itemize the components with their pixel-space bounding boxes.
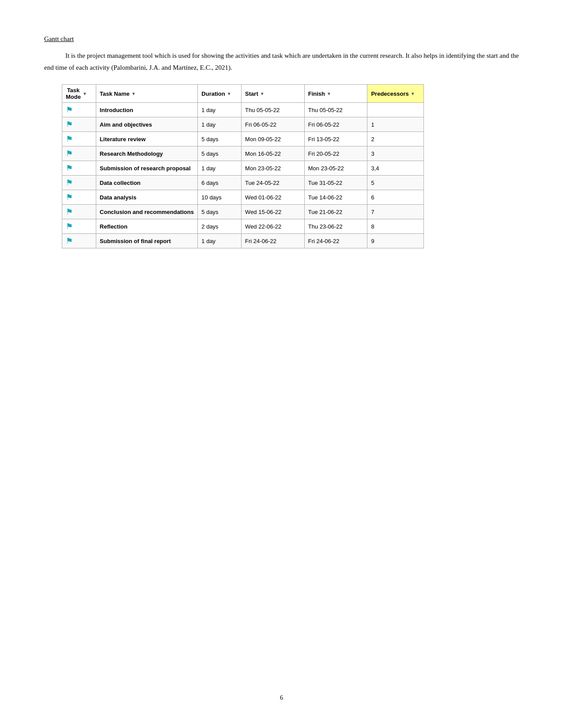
cell-predecessors: 3 xyxy=(367,146,424,161)
gantt-table-wrapper: TaskMode ▼ Task Name ▼ Duration ▼ xyxy=(62,84,519,248)
task-name-text: Submission of final report xyxy=(100,238,171,244)
cell-task-name: Submission of final report xyxy=(96,234,197,248)
cell-task-name: Reflection xyxy=(96,219,197,234)
table-row: ⚑Data analysis10 daysWed 01-06-22Tue 14-… xyxy=(62,190,424,205)
cell-task-name: Submission of research proposal xyxy=(96,161,197,176)
task-mode-icon: ⚑ xyxy=(66,222,73,231)
cell-task-mode: ⚑ xyxy=(62,103,96,117)
col-task-name-label: Task Name xyxy=(100,90,130,97)
task-mode-icon: ⚑ xyxy=(66,105,73,114)
cell-start: Mon 23-05-22 xyxy=(242,161,305,176)
table-row: ⚑Reflection2 daysWed 22-06-22Thu 23-06-2… xyxy=(62,219,424,234)
cell-finish: Fri 06-05-22 xyxy=(304,117,367,132)
cell-predecessors: 3,4 xyxy=(367,161,424,176)
task-mode-icon: ⚑ xyxy=(66,149,73,158)
col-header-finish[interactable]: Finish ▼ xyxy=(304,85,367,103)
table-row: ⚑Research Methodology5 daysMon 16-05-22F… xyxy=(62,146,424,161)
cell-start: Fri 24-06-22 xyxy=(242,234,305,248)
cell-start: Wed 22-06-22 xyxy=(242,219,305,234)
cell-task-name: Data collection xyxy=(96,176,197,190)
task-name-text: Conclusion and recommendations xyxy=(100,209,194,215)
cell-task-mode: ⚑ xyxy=(62,205,96,219)
table-row: ⚑Submission of final report1 dayFri 24-0… xyxy=(62,234,424,248)
cell-predecessors: 8 xyxy=(367,219,424,234)
task-mode-icon: ⚑ xyxy=(66,193,73,202)
finish-dropdown-icon[interactable]: ▼ xyxy=(327,91,331,96)
task-name-text: Reflection xyxy=(100,223,128,230)
cell-start: Thu 05-05-22 xyxy=(242,103,305,117)
col-header-duration[interactable]: Duration ▼ xyxy=(198,85,242,103)
cell-task-mode: ⚑ xyxy=(62,146,96,161)
cell-duration: 5 days xyxy=(198,205,242,219)
task-mode-dropdown-icon[interactable]: ▼ xyxy=(83,91,87,96)
predecessors-dropdown-icon[interactable]: ▼ xyxy=(411,91,415,96)
cell-finish: Tue 21-06-22 xyxy=(304,205,367,219)
table-row: ⚑Introduction1 dayThu 05-05-22Thu 05-05-… xyxy=(62,103,424,117)
page: Gantt chart It is the project management… xyxy=(0,0,563,728)
cell-task-name: Conclusion and recommendations xyxy=(96,205,197,219)
cell-task-name: Introduction xyxy=(96,103,197,117)
task-name-text: Introduction xyxy=(100,107,133,113)
cell-task-mode: ⚑ xyxy=(62,234,96,248)
cell-predecessors: 5 xyxy=(367,176,424,190)
col-header-predecessors[interactable]: Predecessors ▼ xyxy=(367,85,424,103)
cell-task-mode: ⚑ xyxy=(62,219,96,234)
cell-task-name: Research Methodology xyxy=(96,146,197,161)
cell-finish: Fri 13-05-22 xyxy=(304,132,367,146)
task-mode-icon: ⚑ xyxy=(66,207,73,216)
cell-predecessors: 2 xyxy=(367,132,424,146)
col-task-mode-label: TaskMode xyxy=(66,87,81,100)
cell-task-mode: ⚑ xyxy=(62,176,96,190)
table-row: ⚑Data collection6 daysTue 24-05-22Tue 31… xyxy=(62,176,424,190)
cell-start: Mon 09-05-22 xyxy=(242,132,305,146)
cell-start: Wed 15-06-22 xyxy=(242,205,305,219)
cell-finish: Tue 14-06-22 xyxy=(304,190,367,205)
col-predecessors-label: Predecessors xyxy=(371,90,408,97)
cell-finish: Thu 23-06-22 xyxy=(304,219,367,234)
cell-task-mode: ⚑ xyxy=(62,190,96,205)
task-mode-icon: ⚑ xyxy=(66,178,73,187)
cell-duration: 10 days xyxy=(198,190,242,205)
cell-finish: Thu 05-05-22 xyxy=(304,103,367,117)
cell-predecessors xyxy=(367,103,424,117)
col-finish-label: Finish xyxy=(308,90,325,97)
page-number: 6 xyxy=(280,694,283,702)
table-row: ⚑Literature review5 daysMon 09-05-22Fri … xyxy=(62,132,424,146)
cell-finish: Fri 20-05-22 xyxy=(304,146,367,161)
duration-dropdown-icon[interactable]: ▼ xyxy=(227,91,231,96)
start-dropdown-icon[interactable]: ▼ xyxy=(260,91,264,96)
cell-start: Fri 06-05-22 xyxy=(242,117,305,132)
cell-finish: Fri 24-06-22 xyxy=(304,234,367,248)
table-row: ⚑Submission of research proposal1 dayMon… xyxy=(62,161,424,176)
cell-task-mode: ⚑ xyxy=(62,161,96,176)
cell-predecessors: 1 xyxy=(367,117,424,132)
cell-predecessors: 7 xyxy=(367,205,424,219)
cell-task-name: Aim and objectives xyxy=(96,117,197,132)
cell-duration: 5 days xyxy=(198,146,242,161)
cell-task-name: Literature review xyxy=(96,132,197,146)
col-header-start[interactable]: Start ▼ xyxy=(242,85,305,103)
task-name-text: Aim and objectives xyxy=(100,121,152,128)
task-name-text: Research Methodology xyxy=(100,150,163,157)
task-mode-icon: ⚑ xyxy=(66,164,73,173)
cell-predecessors: 9 xyxy=(367,234,424,248)
col-start-label: Start xyxy=(245,90,258,97)
section-heading: Gantt chart xyxy=(44,35,74,43)
task-name-text: Data collection xyxy=(100,180,140,186)
cell-finish: Tue 31-05-22 xyxy=(304,176,367,190)
cell-duration: 1 day xyxy=(198,117,242,132)
col-header-task-mode[interactable]: TaskMode ▼ xyxy=(62,85,96,103)
col-header-task-name[interactable]: Task Name ▼ xyxy=(96,85,197,103)
body-paragraph: It is the project management tool which … xyxy=(44,50,519,74)
cell-finish: Mon 23-05-22 xyxy=(304,161,367,176)
table-row: ⚑Aim and objectives1 dayFri 06-05-22Fri … xyxy=(62,117,424,132)
task-mode-icon: ⚑ xyxy=(66,236,73,245)
task-name-text: Literature review xyxy=(100,136,146,143)
cell-start: Tue 24-05-22 xyxy=(242,176,305,190)
task-name-text: Data analysis xyxy=(100,194,136,201)
table-row: ⚑Conclusion and recommendations5 daysWed… xyxy=(62,205,424,219)
cell-duration: 6 days xyxy=(198,176,242,190)
cell-duration: 5 days xyxy=(198,132,242,146)
table-header-row: TaskMode ▼ Task Name ▼ Duration ▼ xyxy=(62,85,424,103)
task-name-dropdown-icon[interactable]: ▼ xyxy=(132,91,136,96)
